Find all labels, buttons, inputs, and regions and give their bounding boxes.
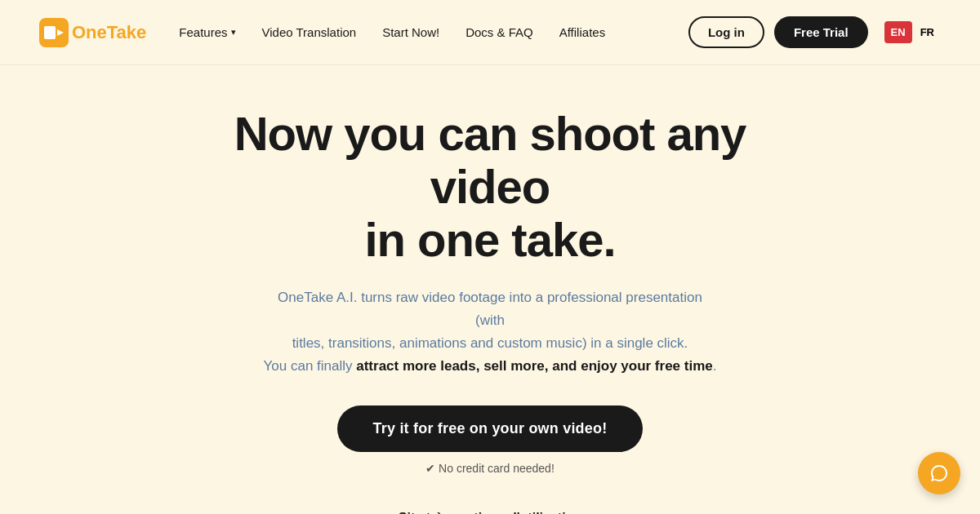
login-button[interactable]: Log in <box>688 16 764 48</box>
nav-video-translation[interactable]: Video Translation <box>262 25 357 39</box>
nav-affiliates[interactable]: Affiliates <box>559 25 605 39</box>
quote-close-icon: " <box>824 511 841 514</box>
testimonial-card: " " Site très pratique d'utilisation Log… <box>188 511 792 514</box>
navbar: OneTake Features ▾ Video Translation Sta… <box>0 0 980 65</box>
free-trial-button[interactable]: Free Trial <box>774 16 868 48</box>
nav-docs-faq[interactable]: Docs & FAQ <box>466 25 533 39</box>
quote-open-icon: " <box>139 511 156 514</box>
lang-en-button[interactable]: EN <box>884 21 912 43</box>
lang-fr-button[interactable]: FR <box>914 21 941 43</box>
nav-links: Features ▾ Video Translation Start Now! … <box>179 25 688 39</box>
chat-button[interactable] <box>918 452 960 494</box>
logo-text: OneTake <box>72 22 146 43</box>
no-credit-card-notice: ✔ No credit card needed! <box>425 462 555 475</box>
cta-button[interactable]: Try it for free on your own video! <box>337 405 644 452</box>
chat-icon <box>929 463 949 483</box>
nav-features[interactable]: Features ▾ <box>179 25 235 39</box>
logo[interactable]: OneTake <box>39 18 146 47</box>
svg-rect-1 <box>44 26 56 39</box>
chevron-down-icon: ▾ <box>231 27 236 38</box>
hero-section: Now you can shoot any video in one take.… <box>0 65 980 491</box>
nav-actions: Log in Free Trial EN FR <box>688 16 941 48</box>
language-switcher: EN FR <box>884 21 941 43</box>
testimonial-title: Site très pratique d'utilisation <box>399 511 581 514</box>
logo-icon <box>39 18 69 47</box>
nav-start-now[interactable]: Start Now! <box>382 25 439 39</box>
hero-subtitle: OneTake A.I. turns raw video footage int… <box>261 286 719 378</box>
testimonials-section: ‹ " " Site très pratique d'utilisation L… <box>0 511 980 514</box>
hero-title: Now you can shoot any video in one take. <box>204 108 776 267</box>
